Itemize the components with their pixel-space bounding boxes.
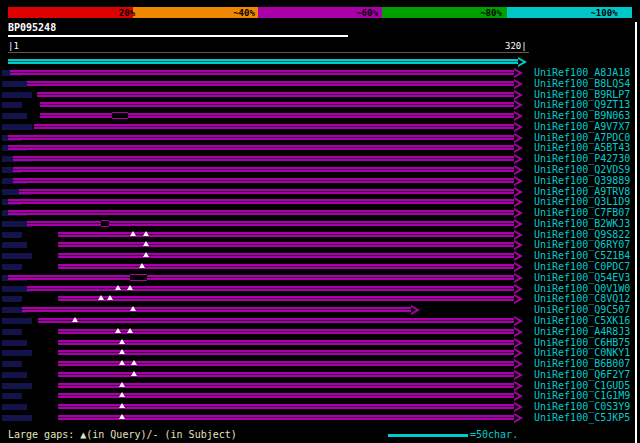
hit-label[interactable]: UniRef100_C5Z1B4 [534, 251, 630, 261]
hit-label[interactable]: UniRef100_A4R8J3 [534, 327, 630, 337]
hit-alignment-bar[interactable] [58, 404, 514, 409]
hit-label[interactable]: UniRef100_A5BT43 [534, 143, 630, 153]
hit-label[interactable]: UniRef100_Q54EV3 [534, 273, 630, 283]
score-color-scale-bar [8, 7, 632, 18]
hit-label[interactable]: UniRef100_B6B007 [534, 359, 630, 369]
row-left-id-smudge [2, 102, 22, 108]
hit-label[interactable]: UniRef100_C0S3Y9 [534, 402, 630, 412]
scale-percent-label: ~80% [480, 8, 502, 18]
hit-arrowhead-inner [514, 156, 519, 162]
hit-alignment-bar[interactable] [10, 70, 514, 75]
hit-alignment-bar[interactable] [58, 253, 514, 258]
hit-label[interactable]: UniRef100_Q9ZT13 [534, 100, 630, 110]
hit-label[interactable]: UniRef100_A8JA18 [534, 68, 630, 78]
hit-arrowhead-inner [514, 210, 519, 216]
scale-segment-1 [8, 7, 133, 18]
hit-arrowhead-inner [514, 286, 519, 292]
row-left-id-smudge [2, 415, 32, 421]
ruler-end-label: 320| [505, 41, 527, 51]
query-gap-triangle-icon [107, 295, 113, 300]
hit-arrowhead-inner [514, 178, 519, 184]
hit-alignment-bar[interactable] [58, 232, 514, 237]
hit-label[interactable]: UniRef100_Q39889 [534, 176, 630, 186]
hit-arrowhead-inner [514, 329, 519, 335]
hit-label[interactable]: UniRef100_B8LQS4 [534, 79, 630, 89]
hit-alignment-bar[interactable] [58, 361, 514, 366]
hit-alignment-bar[interactable] [13, 178, 514, 183]
hit-label[interactable]: UniRef100_C1G1M9 [534, 391, 630, 401]
hit-label[interactable]: UniRef100_B9N063 [534, 111, 630, 121]
hit-alignment-bar[interactable] [8, 210, 514, 215]
hit-alignment-bar[interactable] [27, 286, 513, 291]
hit-alignment-bar[interactable] [22, 307, 411, 312]
hit-label[interactable]: UniRef100_P42730 [534, 154, 630, 164]
hit-label[interactable]: UniRef100_C0NKY1 [534, 348, 630, 358]
row-left-id-smudge [2, 264, 22, 270]
hit-arrowhead-inner [514, 415, 519, 421]
hit-arrowhead-inner [514, 383, 519, 389]
hit-alignment-bar[interactable] [58, 393, 514, 398]
hit-arrowhead-inner [514, 232, 519, 238]
hit-alignment-bar[interactable] [13, 167, 514, 172]
right-edge-border [635, 22, 637, 443]
hit-alignment-bar[interactable] [58, 372, 514, 377]
hit-alignment-bar[interactable] [8, 135, 514, 140]
subject-gap-marker [130, 274, 148, 281]
hit-alignment-bar[interactable] [8, 145, 514, 150]
hit-alignment-bar[interactable] [27, 81, 513, 86]
hit-alignment-bar[interactable] [13, 156, 514, 161]
query-gap-triangle-icon [131, 371, 137, 376]
hit-alignment-bar[interactable] [58, 350, 514, 355]
hit-alignment-bar[interactable] [58, 296, 514, 301]
hit-arrowhead-inner [514, 145, 519, 151]
hit-alignment-bar[interactable] [8, 275, 514, 280]
hit-alignment-bar[interactable] [58, 242, 514, 247]
row-left-id-smudge [2, 329, 22, 335]
row-left-id-smudge [2, 253, 32, 259]
hit-label[interactable]: UniRef100_C7FB07 [534, 208, 630, 218]
query-gap-triangle-icon [72, 317, 78, 322]
row-left-id-smudge [2, 350, 32, 356]
query-gap-triangle-icon [143, 241, 149, 246]
query-gap-triangle-icon [119, 349, 125, 354]
hit-label[interactable]: UniRef100_C5XK16 [534, 316, 630, 326]
hit-arrowhead-inner [514, 340, 519, 346]
query-name-underline [8, 35, 348, 37]
hit-alignment-bar[interactable] [8, 199, 514, 204]
hit-arrowhead-inner [514, 189, 519, 195]
row-left-id-smudge [2, 372, 27, 378]
row-left-id-smudge [2, 81, 27, 87]
hit-arrowhead-inner [514, 81, 519, 87]
query-gap-triangle-icon [119, 360, 125, 365]
hit-label[interactable]: UniRef100_B2WKJ3 [534, 219, 630, 229]
gap-legend-text: Large gaps: ▲(in Query)/- (in Subject) [8, 429, 237, 441]
hit-label[interactable]: UniRef100_Q6F2Y7 [534, 370, 630, 380]
hit-alignment-bar[interactable] [58, 340, 514, 345]
hit-label[interactable]: UniRef100_C5JKP5 [534, 413, 630, 423]
query-gap-triangle-icon [119, 382, 125, 387]
hit-alignment-bar[interactable] [40, 102, 514, 107]
hit-label[interactable]: UniRef100_Q6RY07 [534, 240, 630, 250]
row-left-id-smudge [2, 393, 22, 399]
hit-alignment-bar[interactable] [38, 318, 513, 323]
hit-label[interactable]: UniRef100_Q9C507 [534, 305, 630, 315]
hit-alignment-bar[interactable] [37, 92, 514, 97]
hit-alignment-bar[interactable] [58, 415, 514, 420]
hit-arrowhead-inner [514, 361, 519, 367]
query-gap-triangle-icon [115, 285, 121, 290]
blast-graphic-overview-page: { "scale_bar": { "segments": [ {"label":… [0, 0, 640, 443]
query-gap-triangle-icon [119, 339, 125, 344]
hit-alignment-bar[interactable] [19, 189, 513, 194]
hit-label[interactable]: UniRef100_C0PDC7 [534, 262, 630, 272]
row-left-id-smudge [2, 232, 22, 238]
hit-arrowhead-inner [514, 242, 519, 248]
hit-label[interactable]: UniRef100_C8VQ12 [534, 294, 630, 304]
hit-alignment-bar[interactable] [58, 264, 514, 269]
hit-arrowhead-inner [514, 350, 519, 356]
hit-label[interactable]: UniRef100_Q3L1D9 [534, 197, 630, 207]
hit-label[interactable]: UniRef100_Q2VDS9 [534, 165, 630, 175]
hit-label[interactable]: UniRef100_A9V7X7 [534, 122, 630, 132]
hit-alignment-bar[interactable] [58, 383, 514, 388]
query-gap-triangle-icon [115, 328, 121, 333]
hit-alignment-bar[interactable] [34, 124, 514, 129]
